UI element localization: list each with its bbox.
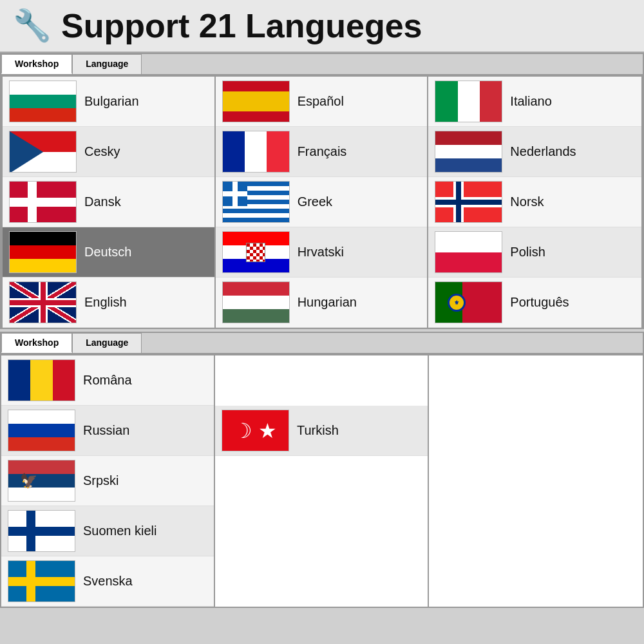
lang-name-dansk: Dansk (84, 194, 121, 209)
flag-dk (9, 181, 77, 223)
lang-item-srpski[interactable]: 🦅 Srpski (1, 456, 214, 506)
lang-name-hungarian: Hungarian (298, 295, 357, 310)
lang-item-hungarian[interactable]: Hungarian (216, 278, 428, 328)
lang-item-cesky[interactable]: Cesky (3, 127, 214, 177)
lang-name-suomen: Suomen kieli (83, 524, 157, 538)
lang-item-greek[interactable]: Greek (216, 177, 428, 227)
lang-item-russian[interactable]: Russian (1, 406, 214, 456)
flag-gb (9, 281, 77, 323)
section1-wrapper: Workshop Language Bulgarian (0, 53, 644, 329)
lang-item-espanol[interactable]: Español (216, 77, 428, 127)
flag-de (9, 231, 77, 273)
lang-item-svenska[interactable]: Svenska (1, 556, 214, 607)
flag-pl (435, 231, 502, 273)
flag-se (8, 560, 75, 602)
tools-icon: 🔧 (13, 10, 52, 41)
section1-col2: Español Français (216, 77, 429, 328)
section1-col1: Bulgarian Cesky Dansk (3, 77, 216, 328)
lang-name-francais: Français (298, 144, 347, 159)
tab-workshop-1[interactable]: Workshop (1, 54, 72, 74)
flag-nl (435, 131, 502, 173)
lang-name-deutsch: Deutsch (84, 245, 131, 260)
lang-item-turkish[interactable]: ☽ ★ Turkish (215, 406, 428, 456)
flag-ru (8, 410, 75, 451)
lang-name-italiano: Italiano (510, 94, 552, 109)
lang-item-romana[interactable]: Româna (1, 355, 214, 406)
lang-name-cesky: Cesky (84, 144, 120, 159)
lang-item-deutsch[interactable]: Deutsch (3, 227, 214, 278)
section2-col2: ☽ ★ Turkish (215, 355, 429, 607)
lang-item-nederlands[interactable]: Nederlands (428, 127, 641, 177)
lang-name-hrvatski: Hrvatski (298, 245, 344, 260)
lang-item-bulgarian[interactable]: Bulgarian (3, 77, 214, 127)
lang-name-greek: Greek (298, 194, 332, 209)
lang-item-italiano[interactable]: Italiano (428, 77, 641, 127)
lang-name-romana: Româna (83, 373, 132, 388)
lang-name-svenska: Svenska (83, 574, 133, 589)
flag-es (222, 80, 290, 122)
lang-item-dansk[interactable]: Dansk (3, 177, 214, 227)
lang-name-polish: Polish (510, 245, 545, 260)
flag-hr (222, 231, 290, 273)
flag-ro (8, 359, 75, 401)
tab-workshop-2[interactable]: Workshop (1, 333, 72, 353)
flag-tr: ☽ ★ (222, 410, 289, 451)
lang-name-portugues: Português (510, 295, 569, 310)
lang-name-norsk: Norsk (510, 194, 544, 209)
section1-tabs: Workshop Language (1, 54, 643, 75)
section2-grid: Româna Russian (1, 354, 643, 607)
lang-item-portugues[interactable]: ⚜ Português (428, 278, 641, 328)
lang-name-turkish: Turkish (297, 423, 339, 438)
lang-name-nederlands: Nederlands (510, 144, 576, 159)
lang-name-english: English (84, 295, 127, 310)
section2-tabs: Workshop Language (1, 333, 643, 354)
section2-col1: Româna Russian (1, 355, 215, 607)
lang-item-english[interactable]: English (3, 278, 214, 328)
flag-hu (222, 281, 290, 323)
flag-pt: ⚜ (435, 281, 502, 323)
flag-gr (222, 181, 290, 223)
lang-name-russian: Russian (83, 423, 129, 438)
lang-name-bulgarian: Bulgarian (84, 94, 139, 109)
lang-name-espanol: Español (298, 94, 344, 109)
section1-col3: Italiano Nederlands (428, 77, 641, 328)
tab-language-1[interactable]: Language (72, 54, 142, 74)
flag-fi (8, 510, 75, 552)
flag-cz (9, 131, 77, 173)
section1-grid: Bulgarian Cesky Dansk (1, 75, 643, 329)
section2-wrapper: Workshop Language Româna (0, 332, 644, 608)
flag-it (435, 80, 502, 122)
flag-bg (9, 80, 77, 122)
lang-item-hrvatski[interactable]: Hrvatski (216, 227, 428, 278)
tab-language-2[interactable]: Language (72, 333, 142, 353)
lang-item-polish[interactable]: Polish (428, 227, 641, 278)
flag-fr (222, 131, 290, 173)
section2-col3 (429, 355, 643, 607)
lang-item-francais[interactable]: Français (216, 127, 428, 177)
lang-name-srpski: Srpski (83, 473, 119, 488)
lang-item-suomen[interactable]: Suomen kieli (1, 506, 214, 556)
page-title: Support 21 Langueges (61, 6, 422, 45)
flag-no (435, 181, 502, 223)
header: 🔧 Support 21 Langueges (0, 0, 644, 53)
flag-rs: 🦅 (8, 460, 75, 502)
lang-item-norsk[interactable]: Norsk (428, 177, 641, 227)
